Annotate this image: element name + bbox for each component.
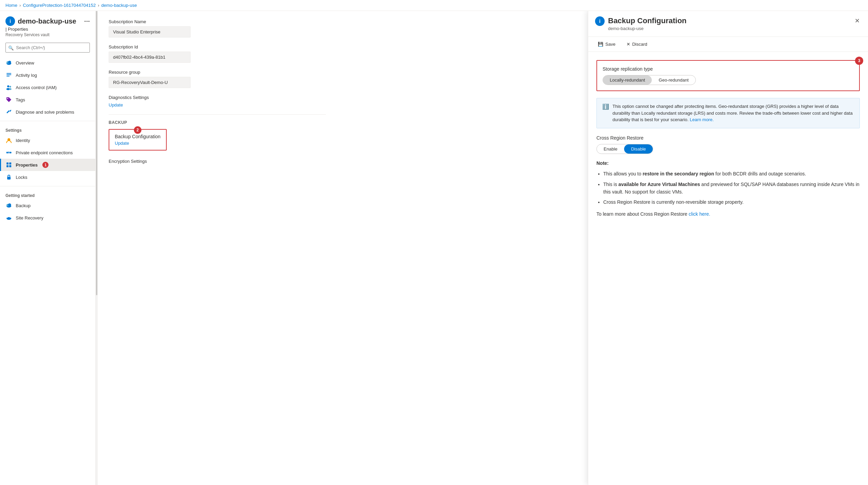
subscription-name-field: Subscription Name Visual Studio Enterpri… bbox=[109, 19, 326, 38]
panel-close-button[interactable]: ✕ bbox=[853, 16, 861, 25]
note-list: This allows you to restore in the second… bbox=[596, 170, 860, 206]
svg-point-23 bbox=[8, 203, 11, 206]
properties-content: Subscription Name Visual Studio Enterpri… bbox=[98, 11, 337, 179]
lock-icon bbox=[5, 174, 12, 181]
info-box-text: This option cannot be changed after prot… bbox=[612, 103, 854, 123]
properties-label: Properties bbox=[16, 162, 38, 168]
locally-redundant-button[interactable]: Locally-redundant bbox=[603, 75, 652, 85]
sidebar-item-activity-log[interactable]: Activity log bbox=[0, 69, 95, 81]
sidebar-item-overview[interactable]: Overview bbox=[0, 57, 95, 69]
sidebar-item-backup[interactable]: Backup bbox=[0, 199, 95, 212]
save-disk-icon: 💾 bbox=[598, 42, 603, 47]
resource-group-field: Resource group RG-RecoveryVault-Demo-U bbox=[109, 70, 326, 88]
storage-replication-badge: 3 bbox=[855, 57, 863, 65]
cloud-backup-icon bbox=[5, 202, 12, 209]
breadcrumb: Home › ConfigureProtection-1617044704152… bbox=[0, 0, 868, 11]
svg-point-7 bbox=[10, 86, 11, 88]
tag-icon bbox=[5, 96, 12, 103]
diagnostics-update-link[interactable]: Update bbox=[109, 102, 123, 108]
storage-info-box: ℹ️ This option cannot be changed after p… bbox=[596, 98, 860, 128]
svg-rect-16 bbox=[6, 162, 9, 165]
svg-point-9 bbox=[9, 88, 12, 90]
panel-title: Backup Configuration bbox=[608, 16, 687, 25]
click-here-link[interactable]: click here. bbox=[689, 211, 710, 217]
save-label: Save bbox=[605, 42, 616, 47]
svg-point-13 bbox=[6, 152, 8, 154]
note-item-3: Cross Region Restore is currently non-re… bbox=[603, 198, 860, 206]
search-wrap: 🔍 bbox=[5, 43, 90, 53]
panel-body: 3 Storage replication type Locally-redun… bbox=[588, 52, 868, 485]
svg-point-6 bbox=[7, 85, 9, 87]
people-icon bbox=[5, 84, 12, 91]
encryption-label: Encryption Settings bbox=[109, 159, 326, 164]
resource-title-row: i demo-backup-use ··· bbox=[5, 16, 90, 26]
properties-badge: 1 bbox=[42, 162, 49, 168]
private-endpoint-label: Private endpoint connections bbox=[16, 150, 73, 155]
tags-label: Tags bbox=[16, 97, 25, 102]
endpoint-icon bbox=[5, 149, 12, 156]
storage-replication-section: 3 Storage replication type Locally-redun… bbox=[596, 60, 860, 91]
panel-discard-button[interactable]: ✕ Discard bbox=[624, 40, 650, 49]
breadcrumb-vault[interactable]: demo-backup-use bbox=[101, 3, 137, 8]
breadcrumb-home[interactable]: Home bbox=[5, 3, 17, 8]
resource-name: demo-backup-use bbox=[18, 17, 76, 25]
sidebar-item-private-endpoint[interactable]: Private endpoint connections bbox=[0, 146, 95, 159]
cloud-icon bbox=[5, 59, 12, 66]
list-icon bbox=[5, 72, 12, 79]
app-container: Home › ConfigureProtection-1617044704152… bbox=[0, 0, 868, 485]
wrench-icon bbox=[5, 109, 12, 115]
svg-rect-20 bbox=[7, 177, 11, 180]
sidebar-item-iam[interactable]: Access control (IAM) bbox=[0, 81, 95, 94]
svg-rect-18 bbox=[6, 165, 9, 167]
content-area: Subscription Name Visual Studio Enterpri… bbox=[98, 11, 868, 485]
sidebar: i demo-backup-use ··· | Properties Recov… bbox=[0, 11, 96, 485]
panel-header: i Backup Configuration demo-backup-use ✕ bbox=[588, 11, 868, 37]
panel-header-left: i Backup Configuration demo-backup-use bbox=[595, 16, 687, 31]
subscription-name-value: Visual Studio Enterprise bbox=[109, 26, 191, 38]
cross-disable-button[interactable]: Disable bbox=[624, 144, 652, 154]
sidebar-item-tags[interactable]: Tags bbox=[0, 94, 95, 106]
site-recovery-label: Site Recovery bbox=[16, 215, 43, 220]
storage-replication-label: Storage replication type bbox=[603, 66, 854, 72]
svg-point-10 bbox=[7, 98, 8, 99]
learn-more-link[interactable]: Learn more. bbox=[690, 117, 714, 122]
sidebar-item-locks[interactable]: Locks bbox=[0, 171, 95, 183]
note-footer-prefix: To learn more about Cross Region Restore bbox=[596, 211, 687, 217]
resource-group-label: Resource group bbox=[109, 70, 326, 75]
svg-point-24 bbox=[6, 217, 11, 220]
cross-region-toggle-group: Enable Disable bbox=[596, 144, 653, 154]
breadcrumb-config[interactable]: ConfigureProtection-1617044704152 bbox=[23, 3, 96, 8]
sidebar-item-properties[interactable]: Properties 1 bbox=[0, 159, 95, 171]
svg-rect-17 bbox=[9, 162, 11, 165]
backup-config-update-link[interactable]: Update bbox=[115, 141, 161, 146]
getting-started-section-label: Getting started bbox=[0, 189, 95, 199]
sidebar-item-identity[interactable]: Identity bbox=[0, 134, 95, 146]
breadcrumb-sep-2: › bbox=[98, 3, 99, 8]
resource-subtitle: Recovery Services vault bbox=[5, 32, 90, 37]
sidebar-item-site-recovery[interactable]: Site Recovery bbox=[0, 212, 95, 224]
panel-subtitle: demo-backup-use bbox=[608, 26, 687, 31]
resource-more-button[interactable]: ··· bbox=[84, 17, 90, 25]
subscription-id-field: Subscription Id d407fb02-4bc4-439a-81b1 bbox=[109, 44, 326, 63]
iam-label: Access control (IAM) bbox=[16, 85, 57, 90]
sidebar-scrollbar-thumb bbox=[96, 11, 97, 295]
identity-icon bbox=[5, 137, 12, 144]
search-icon: 🔍 bbox=[8, 45, 14, 50]
replication-toggle-group: Locally-redundant Geo-redundant bbox=[603, 75, 696, 85]
overview-label: Overview bbox=[16, 60, 34, 66]
identity-label: Identity bbox=[16, 138, 30, 143]
breadcrumb-sep-1: › bbox=[19, 3, 21, 8]
backup-config-title: Backup Configuration bbox=[115, 134, 161, 139]
sidebar-nav: Overview Activity log Access control (IA… bbox=[0, 55, 95, 485]
settings-section-label: Settings bbox=[0, 124, 95, 134]
svg-rect-11 bbox=[6, 110, 10, 113]
svg-rect-19 bbox=[9, 165, 11, 167]
search-input[interactable] bbox=[5, 43, 90, 53]
cross-enable-button[interactable]: Enable bbox=[597, 144, 624, 154]
sidebar-item-diagnose[interactable]: Diagnose and solve problems bbox=[0, 106, 95, 118]
geo-redundant-button[interactable]: Geo-redundant bbox=[652, 75, 695, 85]
svg-rect-4 bbox=[6, 74, 11, 75]
discard-label: Discard bbox=[632, 42, 647, 47]
panel-save-button[interactable]: 💾 Save bbox=[595, 40, 618, 49]
backup-label: Backup bbox=[16, 203, 30, 208]
